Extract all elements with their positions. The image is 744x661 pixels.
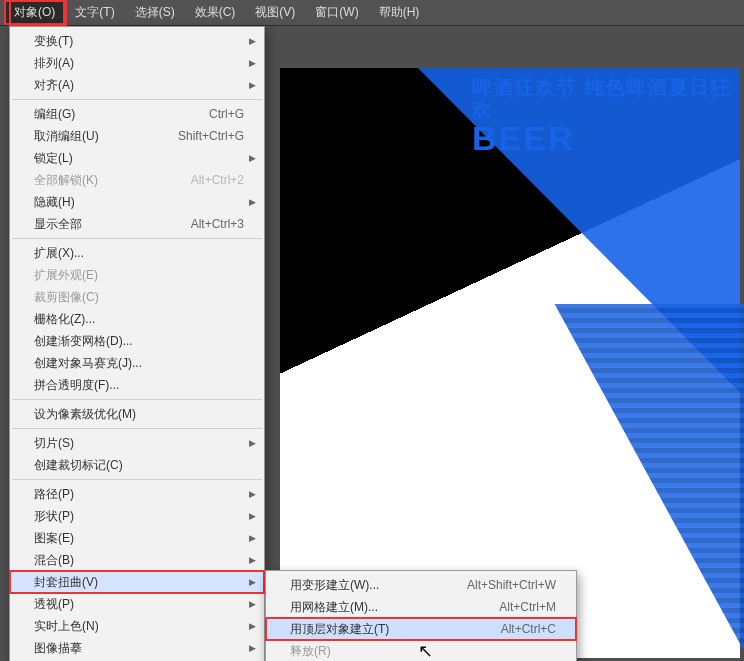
- object-menu-item-5[interactable]: 取消编组(U)Shift+Ctrl+G: [10, 125, 264, 147]
- object-menu-item-19[interactable]: 设为像素级优化(M): [10, 403, 264, 425]
- menu-item-shortcut: Alt+Ctrl+2: [191, 173, 244, 187]
- object-menu-item-2[interactable]: 对齐(A): [10, 74, 264, 96]
- menu-item-label: 用顶层对象建立(T): [290, 621, 389, 638]
- menu-item-label: 拼合透明度(F)...: [34, 377, 119, 394]
- menu-item-shortcut: Ctrl+G: [209, 107, 244, 121]
- canvas-text: 啤酒狂欢节 纯色啤酒夏日狂欢 BEER: [464, 68, 740, 165]
- object-menu-separator: [12, 99, 262, 100]
- object-menu-item-25[interactable]: 形状(P): [10, 505, 264, 527]
- envelope-submenu-item-1[interactable]: 用网格建立(M)...Alt+Ctrl+M: [266, 596, 576, 618]
- menu-item-shortcut: Alt+Ctrl+3: [191, 217, 244, 231]
- object-menu-item-29[interactable]: 透视(P): [10, 593, 264, 615]
- menu-item-label: 裁剪图像(C): [34, 289, 99, 306]
- object-menu-item-27[interactable]: 混合(B): [10, 549, 264, 571]
- object-menu-separator: [12, 479, 262, 480]
- object-menu-dropdown: 变换(T)排列(A)对齐(A)编组(G)Ctrl+G取消编组(U)Shift+C…: [9, 26, 265, 661]
- object-menu-item-21[interactable]: 切片(S): [10, 432, 264, 454]
- menu-effect[interactable]: 效果(C): [185, 0, 246, 25]
- menu-view[interactable]: 视图(V): [245, 0, 305, 25]
- object-menu-separator: [12, 238, 262, 239]
- menu-item-label: 编组(G): [34, 106, 75, 123]
- menu-item-label: 锁定(L): [34, 150, 73, 167]
- object-menu-item-26[interactable]: 图案(E): [10, 527, 264, 549]
- menu-window[interactable]: 窗口(W): [305, 0, 368, 25]
- menu-item-label: 扩展(X)...: [34, 245, 84, 262]
- menu-item-label: 切片(S): [34, 435, 74, 452]
- object-menu-item-12: 扩展外观(E): [10, 264, 264, 286]
- menu-item-label: 创建对象马赛克(J)...: [34, 355, 142, 372]
- menu-item-label: 扩展外观(E): [34, 267, 98, 284]
- envelope-submenu-item-0[interactable]: 用变形建立(W)...Alt+Shift+Ctrl+W: [266, 574, 576, 596]
- menu-item-label: 取消编组(U): [34, 128, 99, 145]
- object-menu-item-6[interactable]: 锁定(L): [10, 147, 264, 169]
- object-menu-separator: [12, 428, 262, 429]
- menu-item-label: 隐藏(H): [34, 194, 75, 211]
- menu-item-label: 实时上色(N): [34, 618, 99, 635]
- menu-item-label: 排列(A): [34, 55, 74, 72]
- menu-item-label: 创建渐变网格(D)...: [34, 333, 133, 350]
- envelope-submenu-item-2[interactable]: 用顶层对象建立(T)Alt+Ctrl+C: [266, 618, 576, 640]
- menu-item-label: 全部解锁(K): [34, 172, 98, 189]
- object-menu-item-30[interactable]: 实时上色(N): [10, 615, 264, 637]
- mouse-cursor-icon: ↖: [418, 640, 433, 661]
- menu-item-label: 显示全部: [34, 216, 82, 233]
- object-menu-item-13: 裁剪图像(C): [10, 286, 264, 308]
- menu-item-shortcut: Alt+Shift+Ctrl+W: [467, 578, 556, 592]
- menu-item-label: 用网格建立(M)...: [290, 599, 378, 616]
- object-menu-item-31[interactable]: 图像描摹: [10, 637, 264, 659]
- object-menu-item-24[interactable]: 路径(P): [10, 483, 264, 505]
- menu-item-label: 混合(B): [34, 552, 74, 569]
- menu-item-label: 变换(T): [34, 33, 73, 50]
- menu-item-label: 对齐(A): [34, 77, 74, 94]
- menu-item-label: 图案(E): [34, 530, 74, 547]
- menu-item-label: 创建裁切标记(C): [34, 457, 123, 474]
- menubar: 对象(O) 文字(T) 选择(S) 效果(C) 视图(V) 窗口(W) 帮助(H…: [0, 0, 744, 26]
- menu-select[interactable]: 选择(S): [125, 0, 185, 25]
- menu-item-shortcut: Alt+Ctrl+C: [501, 622, 556, 636]
- object-menu-item-17[interactable]: 拼合透明度(F)...: [10, 374, 264, 396]
- menu-item-label: 用变形建立(W)...: [290, 577, 379, 594]
- object-menu-item-14[interactable]: 栅格化(Z)...: [10, 308, 264, 330]
- object-menu-item-7: 全部解锁(K)Alt+Ctrl+2: [10, 169, 264, 191]
- menu-item-label: 路径(P): [34, 486, 74, 503]
- menu-item-label: 设为像素级优化(M): [34, 406, 136, 423]
- object-menu-item-15[interactable]: 创建渐变网格(D)...: [10, 330, 264, 352]
- menu-object[interactable]: 对象(O): [4, 0, 65, 25]
- menu-item-shortcut: Alt+Ctrl+M: [499, 600, 556, 614]
- object-menu-item-28[interactable]: 封套扭曲(V): [10, 571, 264, 593]
- menu-item-label: 栅格化(Z)...: [34, 311, 95, 328]
- menu-item-label: 透视(P): [34, 596, 74, 613]
- object-menu-item-22[interactable]: 创建裁切标记(C): [10, 454, 264, 476]
- object-menu-item-4[interactable]: 编组(G)Ctrl+G: [10, 103, 264, 125]
- object-menu-item-8[interactable]: 隐藏(H): [10, 191, 264, 213]
- menu-help[interactable]: 帮助(H): [369, 0, 430, 25]
- object-menu-item-11[interactable]: 扩展(X)...: [10, 242, 264, 264]
- object-menu-item-1[interactable]: 排列(A): [10, 52, 264, 74]
- menu-type[interactable]: 文字(T): [65, 0, 124, 25]
- menu-item-shortcut: Shift+Ctrl+G: [178, 129, 244, 143]
- menu-item-label: 释放(R): [290, 643, 331, 660]
- menu-item-label: 图像描摹: [34, 640, 82, 657]
- menu-item-label: 形状(P): [34, 508, 74, 525]
- menu-item-label: 封套扭曲(V): [34, 574, 98, 591]
- object-menu-item-16[interactable]: 创建对象马赛克(J)...: [10, 352, 264, 374]
- object-menu-separator: [12, 399, 262, 400]
- object-menu-item-0[interactable]: 变换(T): [10, 30, 264, 52]
- object-menu-item-9[interactable]: 显示全部Alt+Ctrl+3: [10, 213, 264, 235]
